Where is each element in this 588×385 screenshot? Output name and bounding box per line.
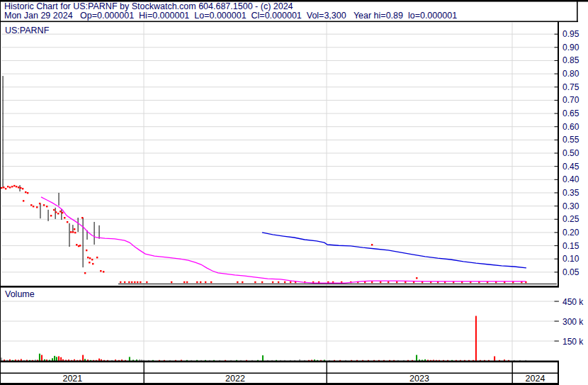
volume-axis-label: 450 k (562, 297, 583, 307)
volume-pane-label: Volume (5, 289, 35, 299)
year-label: 2024 (526, 374, 545, 384)
price-axis-label: 0.65 (562, 108, 579, 118)
price-axis-label: 0.45 (562, 162, 579, 172)
volume-bars (1, 316, 526, 361)
price-axis-label: 0.35 (562, 188, 579, 198)
price-axis-label: 0.05 (562, 267, 579, 277)
price-axis-label: 0.95 (562, 29, 579, 39)
price-axis-label: 0.50 (562, 148, 579, 158)
chart-canvas (0, 0, 588, 385)
price-axis-label: 0.85 (562, 55, 579, 65)
high-low-bars (3, 76, 99, 267)
price-axis-label: 0.10 (562, 254, 579, 264)
price-gridlines (1, 34, 558, 272)
price-axis-label: 0.15 (562, 241, 579, 251)
year-label: 2021 (62, 374, 82, 384)
price-axis-label: 0.90 (562, 43, 579, 52)
price-axis-label: 0.55 (562, 135, 579, 145)
volume-axis-label: 150 k (562, 337, 583, 347)
year-gridlines (144, 23, 512, 361)
year-label: 2023 (409, 374, 429, 384)
close-dots (1, 185, 417, 279)
price-axis-label: 0.25 (562, 214, 579, 224)
price-axis-label: 0.70 (562, 95, 579, 105)
volume-axis-label: 300 k (562, 317, 583, 327)
ma-line (41, 197, 526, 283)
volume-gridlines (1, 301, 558, 341)
symbol-label: US:PARNF (5, 26, 49, 35)
price-axis-label: 0.30 (562, 201, 579, 211)
price-axis-label: 0.75 (562, 82, 579, 92)
price-axis-label: 0.60 (562, 122, 579, 132)
price-axis-label: 0.20 (562, 228, 579, 238)
stock-chart-window: Historic Chart for US:PARNF by Stockwatc… (0, 0, 588, 385)
header-quote-line: Mon Jan 29 2024 Op=0.000001 Hi=0.000001 … (4, 11, 457, 21)
price-axis-label: 0.80 (562, 69, 579, 79)
trend-line (262, 233, 526, 268)
year-label: 2022 (225, 374, 245, 384)
price-axis-label: 0.40 (562, 174, 579, 184)
